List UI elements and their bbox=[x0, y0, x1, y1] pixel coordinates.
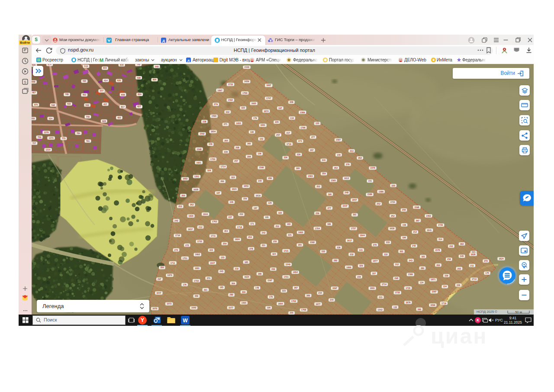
svg-text:50 м: 50 м bbox=[515, 310, 522, 314]
svg-text:д: д bbox=[162, 39, 165, 43]
svg-text:д: д bbox=[187, 58, 190, 62]
svg-text:M: M bbox=[100, 58, 103, 62]
svg-text:5: 5 bbox=[24, 80, 26, 84]
svg-text:W: W bbox=[183, 318, 188, 324]
